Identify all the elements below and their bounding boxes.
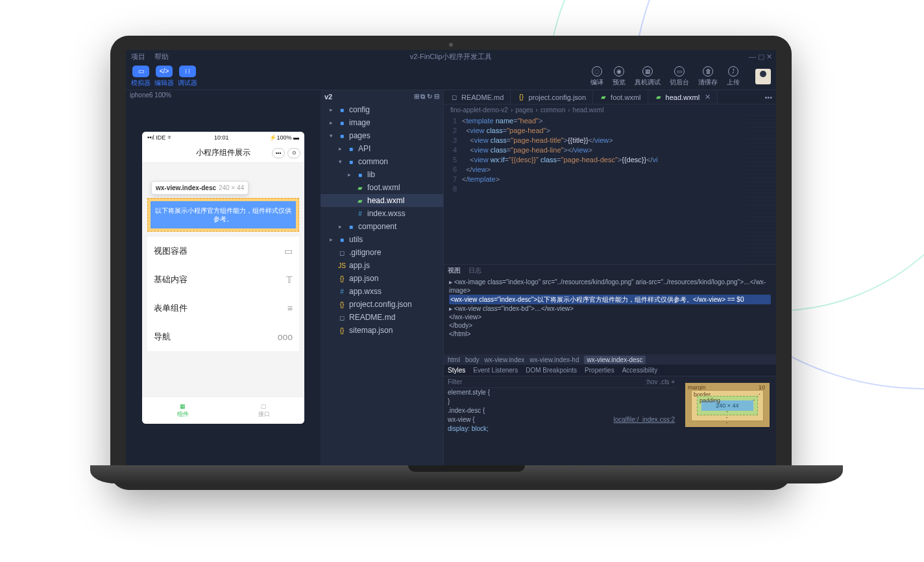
tree-node[interactable]: ◻README.md (321, 311, 443, 324)
dom-node[interactable]: ▸ <wx-image class="index-logo" src="../r… (449, 278, 771, 295)
breadcrumb-item[interactable]: head.wxml (573, 106, 604, 114)
editor-tabs: ◻README.md{}project.config.json▰foot.wxm… (444, 90, 776, 104)
tree-node[interactable]: ▸■component (321, 220, 443, 233)
editor-tab[interactable]: ◻README.md (444, 90, 511, 104)
tree-node[interactable]: ▸■image (321, 116, 443, 129)
tool-upload[interactable]: ⤴上传 (727, 66, 740, 87)
minimap[interactable] (746, 115, 776, 264)
editor-tab[interactable]: {}project.config.json (511, 90, 593, 104)
box-model: margin 10 border - padding - 240 × 44 - … (679, 376, 776, 465)
menu-help[interactable]: 帮助 (154, 52, 169, 62)
styles-filter-input[interactable]: Filter (448, 378, 462, 387)
phone-body: wx-view.index-desc240 × 44 以下将展示小程序官方组件能… (142, 163, 304, 397)
laptop-mockup: 项目 帮助 v2-FinClip小程序开发工具 — ▢ ✕ ▭模拟器 </>编辑… (110, 36, 792, 516)
tree-node[interactable]: ▸■config (321, 103, 443, 116)
tree-node[interactable]: ▰foot.wxml (321, 181, 443, 194)
devtools-subtab[interactable]: Properties (585, 367, 614, 374)
ide-screen: 项目 帮助 v2-FinClip小程序开发工具 — ▢ ✕ ▭模拟器 </>编辑… (126, 50, 776, 465)
devtools-subtab[interactable]: DOM Breakpoints (526, 367, 577, 374)
dom-node[interactable]: </html> (449, 330, 771, 338)
dt-tab-log[interactable]: 日志 (468, 266, 481, 275)
ide-toolbar: ▭模拟器 </>编辑器 ⫶⫶调试器 ◌编译 ◉预览 ▦真机调试 ▭切后台 🗑清缓… (126, 63, 776, 90)
devtools-sub-tabs: StylesEvent ListenersDOM BreakpointsProp… (444, 365, 776, 376)
mode-editor[interactable]: </>编辑器 (154, 66, 174, 88)
tree-node[interactable]: ▾■common (321, 155, 443, 168)
window-controls[interactable]: — ▢ ✕ (749, 53, 772, 61)
dom-node[interactable]: ▸ <wx-view class="index-bd">…</wx-view> (449, 304, 771, 313)
capsule-close-icon[interactable]: ⊙ (287, 148, 300, 158)
tool-compile[interactable]: ◌编译 (590, 66, 603, 87)
phone-title: 小程序组件展示 (196, 147, 250, 158)
tool-preview[interactable]: ◉预览 (613, 66, 626, 87)
tree-node[interactable]: {}sitemap.json (321, 324, 443, 337)
tab-component[interactable]: ▦组件 (142, 397, 223, 424)
tool-background[interactable]: ▭切后台 (670, 66, 689, 87)
tree-node[interactable]: ▰head.wxml (321, 194, 443, 207)
breadcrumb-item[interactable]: pages (515, 106, 533, 114)
camera-dot (449, 43, 453, 47)
tree-node[interactable]: ▸■utils (321, 233, 443, 246)
laptop-bezel: 项目 帮助 v2-FinClip小程序开发工具 — ▢ ✕ ▭模拟器 </>编辑… (110, 36, 792, 490)
phone-list-item[interactable]: 导航ooo (147, 323, 299, 351)
dom-node[interactable]: </body> (449, 321, 771, 330)
simulator-device[interactable]: iphone6 100% (126, 90, 321, 102)
tree-node[interactable]: {}app.json (321, 272, 443, 285)
editor-tab[interactable]: ▰foot.wxml (593, 90, 648, 104)
close-icon: ✕ (705, 93, 711, 101)
highlighted-element[interactable]: 以下将展示小程序官方组件能力，组件样式仅供参考。 (147, 198, 299, 232)
devtools-subtab[interactable]: Accessibility (622, 367, 657, 374)
devtools-subtab[interactable]: Styles (448, 367, 465, 374)
tool-clear-cache[interactable]: 🗑清缓存 (698, 66, 718, 87)
menu-project[interactable]: 项目 (131, 52, 145, 62)
devtools-panel: 视图 日志 ▸ <wx-image class="index-logo" src… (444, 264, 776, 465)
phone-list-item[interactable]: 表单组件≡ (147, 294, 299, 323)
tree-node[interactable]: {}project.config.json (321, 298, 443, 311)
tree-node[interactable]: #app.wxss (321, 285, 443, 298)
tree-node[interactable]: ▸■lib (321, 168, 443, 181)
phone-tabbar: ▦组件 ▢接口 (142, 397, 304, 424)
file-tree: ▸■config▸■image▾■pages▸■API▾■common▸■lib… (321, 103, 443, 465)
dom-tree[interactable]: ▸ <wx-image class="index-logo" src="../r… (444, 276, 776, 354)
tree-node[interactable]: ▾■pages (321, 129, 443, 142)
capsule-menu-icon[interactable]: ••• (272, 148, 285, 158)
tab-api[interactable]: ▢接口 (223, 397, 304, 424)
devtools-subtab[interactable]: Event Listeners (473, 367, 518, 374)
dt-tab-view[interactable]: 视图 (448, 266, 461, 275)
phone-navbar: 小程序组件展示 ••• ⊙ (142, 143, 304, 163)
tree-node[interactable]: JSapp.js (321, 259, 443, 272)
explorer-root[interactable]: v2 (324, 93, 332, 101)
dom-node[interactable]: </wx-view> (449, 313, 771, 321)
editor-tab[interactable]: ▰head.wxml✕ (648, 90, 718, 104)
dom-crumb[interactable]: body (465, 356, 480, 363)
phone-frame: ••ıl IDE ᯤ10:01⚡100% ▬ 小程序组件展示 ••• ⊙ wx-… (142, 132, 304, 424)
breadcrumb-item[interactable]: common (541, 106, 565, 114)
explorer-actions[interactable]: ⊞ ⧉ ↻ ⊟ (414, 93, 439, 101)
phone-list-item[interactable]: 基础内容𝕋 (147, 265, 299, 294)
tree-node[interactable]: ▸■API (321, 142, 443, 155)
window-title: v2-FinClip小程序开发工具 (410, 52, 492, 62)
dom-crumb[interactable]: html (448, 356, 460, 363)
ide-menubar: 项目 帮助 v2-FinClip小程序开发工具 — ▢ ✕ (126, 50, 776, 63)
dom-node[interactable]: <wx-view class="index-desc">以下将展示小程序官方组件… (449, 295, 771, 304)
mode-simulator[interactable]: ▭模拟器 (131, 66, 151, 88)
tabs-overflow[interactable]: ••• (760, 90, 776, 104)
phone-list-item[interactable]: 视图容器▭ (147, 237, 299, 265)
breadcrumb-item[interactable]: fino-applet-demo-v2 (450, 106, 508, 114)
user-avatar[interactable] (755, 69, 771, 84)
mode-debugger[interactable]: ⫶⫶调试器 (178, 66, 197, 88)
styles-panel[interactable]: Filter :hov .cls + element.style {}.inde… (444, 376, 679, 465)
code-editor[interactable]: 1<template name="head">2 <view class="pa… (444, 115, 776, 264)
tree-node[interactable]: #index.wxss (321, 207, 443, 220)
tree-node[interactable]: ◻.gitignore (321, 246, 443, 259)
editor-breadcrumbs: fino-applet-demo-v2 › pages › common › h… (444, 104, 776, 115)
styles-filter-controls[interactable]: :hov .cls + (646, 378, 675, 387)
dom-crumb[interactable]: wx-view.index-desc (584, 356, 645, 364)
simulator-panel: iphone6 100% ••ıl IDE ᯤ10:01⚡100% ▬ 小程序组… (126, 90, 321, 465)
file-explorer: v2 ⊞ ⧉ ↻ ⊟ ▸■config▸■image▾■pages▸■API▾■… (321, 90, 444, 465)
laptop-base (90, 465, 843, 483)
dom-crumb[interactable]: wx-view.index (485, 356, 525, 363)
phone-statusbar: ••ıl IDE ᯤ10:01⚡100% ▬ (142, 132, 304, 143)
dom-crumb[interactable]: wx-view.index-hd (529, 356, 579, 363)
editor-column: ◻README.md{}project.config.json▰foot.wxm… (444, 90, 776, 465)
tool-remote-debug[interactable]: ▦真机调试 (635, 66, 661, 87)
